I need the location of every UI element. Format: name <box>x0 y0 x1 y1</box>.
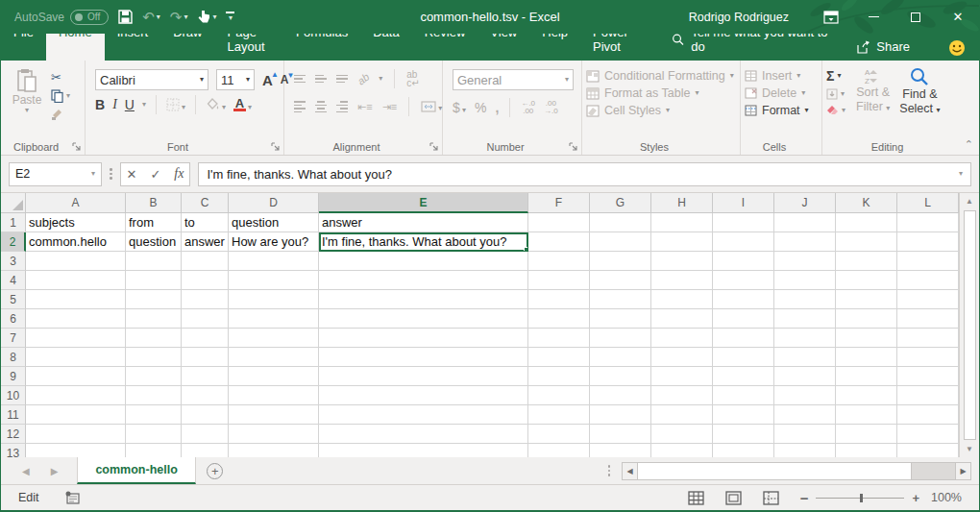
paste-button[interactable]: Paste ▾ <box>5 64 49 139</box>
number-dialog-launcher[interactable] <box>569 142 578 152</box>
cell-C7[interactable] <box>182 329 229 348</box>
cell-G6[interactable] <box>590 309 651 329</box>
cell-styles-button[interactable]: Cell Styles ▾ <box>586 104 734 117</box>
collapse-ribbon-button[interactable]: ⌃ <box>965 138 973 151</box>
cell-E3[interactable] <box>319 252 528 271</box>
cell-J12[interactable] <box>774 425 836 444</box>
insert-function-button[interactable]: fx <box>174 166 184 182</box>
merge-caret-icon[interactable]: ▾ <box>438 105 442 112</box>
cell-D13[interactable] <box>229 444 319 457</box>
cell-J7[interactable] <box>774 329 836 348</box>
cell-F12[interactable] <box>528 425 590 444</box>
cell-K9[interactable] <box>836 367 897 386</box>
increase-font-button[interactable]: A▲ <box>262 72 273 88</box>
cell-I5[interactable] <box>713 290 774 309</box>
column-header-B[interactable]: B <box>126 193 182 213</box>
cell-B12[interactable] <box>126 425 182 444</box>
cell-C8[interactable] <box>182 348 229 367</box>
cell-F3[interactable] <box>528 252 590 271</box>
cell-H11[interactable] <box>651 405 713 425</box>
comma-button[interactable]: , <box>496 100 500 115</box>
cell-H2[interactable] <box>651 232 713 252</box>
cell-I9[interactable] <box>713 367 774 386</box>
row-header-9[interactable]: 9 <box>1 367 26 386</box>
cell-L12[interactable] <box>897 425 959 444</box>
cell-A2[interactable]: common.hello <box>26 232 126 252</box>
cell-K12[interactable] <box>836 425 897 444</box>
alignment-dialog-launcher[interactable] <box>429 142 439 152</box>
cell-D9[interactable] <box>229 367 319 386</box>
cell-E13[interactable] <box>319 444 528 457</box>
cell-C5[interactable] <box>182 290 229 309</box>
clear-caret-icon[interactable]: ▾ <box>842 107 845 114</box>
cell-C1[interactable]: to <box>182 213 229 232</box>
currency-button[interactable]: $ ▾ <box>453 100 466 115</box>
zoom-slider-thumb[interactable] <box>860 494 863 502</box>
italic-button[interactable]: I <box>112 97 117 112</box>
clipboard-dialog-launcher[interactable] <box>72 142 82 152</box>
cell-E4[interactable] <box>319 271 528 290</box>
cell-D8[interactable] <box>229 348 319 367</box>
cell-E10[interactable] <box>319 386 528 405</box>
cell-K1[interactable] <box>836 213 897 232</box>
cell-E7[interactable] <box>319 329 528 348</box>
font-color-button[interactable]: A ▾ <box>233 98 252 111</box>
prev-sheet-icon[interactable]: ◀ <box>22 466 30 476</box>
cell-E5[interactable] <box>319 290 528 309</box>
insert-cells-button[interactable]: Insert ▾ <box>745 69 809 83</box>
fill-handle[interactable] <box>524 247 528 252</box>
cell-I7[interactable] <box>713 329 774 348</box>
touch-mode-caret-icon[interactable]: ▾ <box>212 13 216 21</box>
sort-filter-button[interactable]: AZ Sort & Filter ▾ <box>851 64 894 139</box>
cell-L10[interactable] <box>897 386 959 405</box>
confirm-entry-button[interactable]: ✓ <box>150 167 160 182</box>
share-button[interactable]: Share <box>845 34 921 61</box>
save-button[interactable] <box>118 10 133 24</box>
cell-B2[interactable]: question <box>126 232 182 252</box>
cell-G5[interactable] <box>590 290 651 309</box>
cell-G8[interactable] <box>590 348 651 367</box>
vertical-scrollbar[interactable]: ▲ ▼ <box>959 193 979 457</box>
align-right-icon[interactable] <box>336 101 348 112</box>
cell-G11[interactable] <box>590 405 651 425</box>
borders-button[interactable]: ▾ <box>166 98 185 111</box>
column-header-L[interactable]: L <box>897 193 959 213</box>
zoom-slider[interactable] <box>816 498 904 499</box>
cell-L9[interactable] <box>897 367 959 386</box>
cell-I1[interactable] <box>713 213 774 232</box>
column-header-C[interactable]: C <box>182 193 229 213</box>
cell-G2[interactable] <box>590 232 651 252</box>
cell-A9[interactable] <box>26 367 126 386</box>
row-header-5[interactable]: 5 <box>1 290 26 309</box>
wrap-text-button[interactable]: abc↵ <box>406 70 419 87</box>
redo-button[interactable]: ↷▾ <box>170 9 188 26</box>
cell-C11[interactable] <box>182 405 229 425</box>
cell-B13[interactable] <box>126 444 182 457</box>
cell-F13[interactable] <box>528 444 590 457</box>
cell-H8[interactable] <box>651 348 713 367</box>
cell-L7[interactable] <box>897 329 959 348</box>
cell-E6[interactable] <box>319 309 528 329</box>
close-button[interactable]: ✕ <box>937 0 979 34</box>
percent-button[interactable]: % <box>475 100 486 115</box>
cell-A6[interactable] <box>26 309 126 329</box>
cell-B7[interactable] <box>126 329 182 348</box>
cell-A10[interactable] <box>26 386 126 405</box>
cell-B9[interactable] <box>126 367 182 386</box>
cell-G12[interactable] <box>590 425 651 444</box>
cell-E12[interactable] <box>319 425 528 444</box>
touch-mouse-mode-button[interactable]: ▾ <box>197 10 216 24</box>
zoom-in-button[interactable]: + <box>912 491 919 505</box>
align-bottom-icon[interactable] <box>336 75 348 84</box>
name-box[interactable]: E2 ▾ <box>9 162 102 186</box>
cell-F2[interactable] <box>528 232 590 252</box>
decrease-indent-icon[interactable]: ⇤≡ <box>357 101 373 113</box>
cell-K3[interactable] <box>836 252 897 271</box>
cell-L6[interactable] <box>897 309 959 329</box>
cell-L8[interactable] <box>897 348 959 367</box>
row-header-2[interactable]: 2 <box>1 232 26 252</box>
row-header-10[interactable]: 10 <box>1 386 26 405</box>
scroll-down-icon[interactable]: ▼ <box>960 441 979 457</box>
cell-G13[interactable] <box>590 444 651 457</box>
cell-D2[interactable]: How are you? <box>229 232 319 252</box>
